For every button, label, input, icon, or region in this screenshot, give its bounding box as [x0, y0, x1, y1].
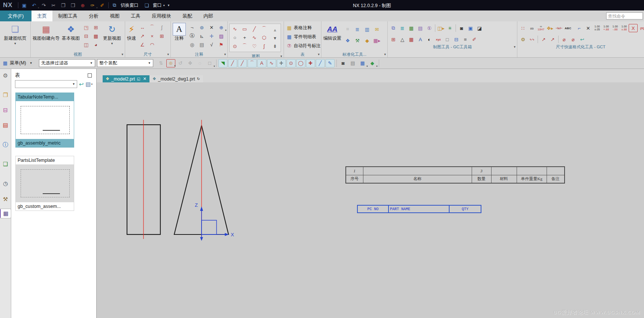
save-icon[interactable]: ▣	[20, 1, 29, 9]
table-cell[interactable]: QTY	[449, 205, 481, 213]
view-boundary1-icon[interactable]: ◙	[457, 24, 466, 32]
table-header-cell[interactable]: 数量	[472, 175, 491, 183]
selection-filter-dropdown[interactable]: 无选择过滤器 ▼	[39, 59, 95, 67]
std-frame-icon[interactable]: ⌗	[343, 25, 352, 33]
parts-list-button[interactable]: ▦ 零件明细表	[285, 33, 321, 41]
box-x-icon[interactable]: X	[629, 24, 638, 32]
id-symbol-icon[interactable]: ⊚	[197, 23, 206, 31]
auto-balloon-button[interactable]: ⑦ 自动符号标注	[285, 42, 321, 50]
text-arrow-icon[interactable]: A	[416, 35, 425, 43]
rect-select-icon[interactable]: □▾	[205, 59, 214, 67]
angular-dim-icon[interactable]: ∠	[138, 40, 147, 49]
table-header-cell[interactable]: 序号	[346, 175, 363, 183]
section-cut-icon[interactable]: ▩	[91, 32, 100, 40]
undo-selection-icon[interactable]: ↺	[176, 59, 185, 67]
surface-finish-icon[interactable]: √	[207, 40, 216, 49]
box-export-icon[interactable]: ◫▸	[436, 24, 445, 32]
tab-home[interactable]: 主页	[31, 10, 52, 21]
table-cell[interactable]	[491, 167, 517, 175]
snap-spline-icon[interactable]: ∿	[267, 59, 276, 67]
line-icon[interactable]: ╱	[250, 25, 259, 33]
preferences-icon[interactable]: ◆▾	[368, 59, 377, 67]
snap-endpoint-icon[interactable]: ╱	[228, 59, 237, 67]
window-menu-button[interactable]: ❏ 窗口 ▾ ▾	[142, 1, 170, 9]
template-card-tabular-note[interactable]: TabularNoteTemp... gb_assembly_metric	[15, 93, 74, 148]
window-layout-icon[interactable]: ▦▾	[358, 59, 367, 67]
tab-analysis[interactable]: 分析	[83, 10, 104, 21]
rapid-dimension-button[interactable]: ⚡ 快速	[126, 22, 137, 51]
std-layers-icon[interactable]: ≣	[353, 25, 362, 33]
diameter-slash-icon[interactable]: ⌀	[569, 35, 578, 43]
table-update-icon[interactable]: ▦	[407, 24, 416, 32]
crosshatch-icon[interactable]: ▨	[217, 32, 226, 40]
group-more-icon[interactable]: ▾	[224, 52, 226, 56]
csys-box[interactable]	[202, 220, 217, 234]
customize-qat-icon[interactable]: ▾	[168, 3, 170, 7]
ordinate-dim-icon[interactable]: ∫	[157, 23, 166, 31]
radius-dia-callout-icon[interactable]: ↗	[548, 35, 557, 43]
table-a-icon[interactable]: ▦	[407, 35, 416, 43]
arclength-dim-icon[interactable]: ◠	[148, 40, 157, 49]
tol-3-icon[interactable]: 1.00-.88	[611, 24, 620, 32]
fit-curve-icon[interactable]: ♡	[250, 42, 259, 50]
rectangle-icon[interactable]: ▭	[240, 25, 249, 33]
projected-view-icon[interactable]: ◳	[82, 23, 91, 31]
studio-spline-icon[interactable]: ∿	[250, 33, 259, 42]
leader-icon[interactable]: ¬	[188, 23, 197, 31]
snap-pole-icon[interactable]: A	[257, 59, 266, 67]
std-export-icon[interactable]: ▦▸	[372, 36, 381, 45]
reply-arrow-icon[interactable]: ↩	[79, 81, 84, 88]
radial-dim-icon[interactable]: ⌒	[148, 23, 157, 31]
diameter-icon[interactable]: ⌀	[560, 35, 569, 43]
dim-abc-icon[interactable]: ABC	[563, 24, 572, 32]
group-more-icon[interactable]: ▾	[167, 52, 169, 56]
cut-icon[interactable]: ✂	[49, 1, 58, 9]
break-view-icon[interactable]: ◫	[82, 40, 91, 49]
key-table[interactable]: PC NO PART NAME QTY	[357, 205, 481, 213]
table-header-cell[interactable]: 材料	[491, 175, 517, 183]
render-style-icon[interactable]: ▤	[348, 59, 357, 67]
undo-icon[interactable]: ↶▾	[30, 1, 39, 9]
datum-feature-icon[interactable]: Ⓐ	[188, 32, 197, 40]
image-icon[interactable]: ▤	[197, 40, 206, 49]
template-title[interactable]: PartsListTemplate	[16, 156, 74, 164]
table-cell[interactable]	[363, 167, 472, 175]
template-file-name[interactable]: gb_custom_assem...	[16, 202, 74, 211]
tab-tools[interactable]: 工具	[125, 10, 146, 21]
table-header-cell[interactable]: 单件重量Kg	[517, 175, 547, 183]
swap-icon[interactable]: ⌐	[575, 24, 584, 32]
new-sheet-button[interactable]: ❏ 新建图纸页 ▼	[3, 22, 28, 51]
tab-file[interactable]: 文件(F)	[0, 10, 31, 21]
group-more-icon[interactable]: ▾	[121, 52, 123, 56]
rapid-dim-icon[interactable]: ↗	[138, 32, 147, 40]
dash-center-icon[interactable]: ∷	[518, 24, 527, 32]
table-cell[interactable]: PART NAME	[388, 205, 449, 213]
gallery-expand-icon[interactable]: ⇟	[270, 42, 279, 50]
table-cell[interactable]: 3	[472, 167, 491, 175]
view-label-icon[interactable]: ⊟	[452, 35, 461, 43]
profile-icon[interactable]: ∿	[230, 25, 239, 33]
reuse-library-icon[interactable]: ⓘ	[1, 140, 10, 149]
drawing-canvas[interactable]: Z X 1 3 序号 名称	[97, 82, 644, 318]
snap-enable-icon[interactable]: ◥	[218, 59, 227, 67]
copy-icon[interactable]: ❐	[59, 1, 68, 9]
chamfer-dim-icon[interactable]: ×	[148, 32, 157, 40]
grid-x-icon[interactable]: ⊞	[389, 35, 398, 43]
fit-browse-icon[interactable]: ∞10H7	[536, 24, 545, 32]
note-button[interactable]: A 注释	[172, 22, 187, 51]
revert-icon[interactable]: ↩	[578, 35, 587, 43]
snap-sketch-icon[interactable]: ✎	[326, 59, 335, 67]
point-icon[interactable]: +	[240, 33, 249, 42]
redo-icon[interactable]: ↷	[39, 1, 48, 9]
balance-symbol-icon[interactable]: ◐	[425, 35, 434, 43]
format-painter-icon[interactable]: ✐	[98, 1, 107, 9]
radius-callout-icon[interactable]: ↗	[539, 35, 548, 43]
section-view-icon[interactable]: ⊟	[82, 32, 91, 40]
table-cell[interactable]: PC NO	[357, 205, 388, 213]
tabular-note-button[interactable]: ▦ 表格注释	[285, 24, 321, 32]
paste-icon[interactable]: ❒	[69, 1, 78, 9]
tol-4-icon[interactable]: 1.00±.88	[620, 24, 629, 32]
edit-settings-button[interactable]: AA 编辑设置	[322, 22, 342, 51]
renumber-icon[interactable]: ①	[425, 24, 434, 32]
template-preview[interactable]	[16, 101, 74, 139]
